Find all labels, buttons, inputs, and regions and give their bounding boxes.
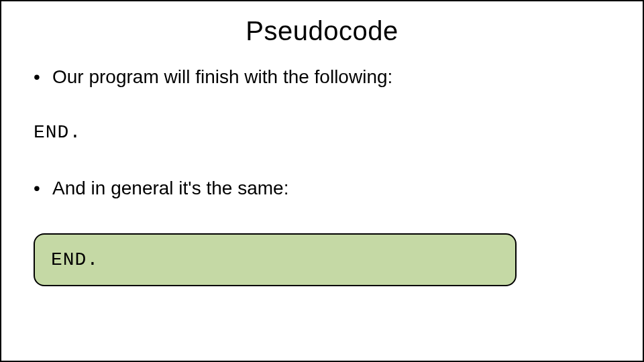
highlight-box: END. [34,233,517,286]
code-line-1: END. [34,122,610,143]
slide-body: Our program will finish with the followi… [1,65,643,286]
bullet-item: And in general it's the same: [34,176,610,200]
bullet-item: Our program will finish with the followi… [34,65,610,88]
slide-frame: Pseudocode Our program will finish with … [0,0,644,362]
slide-title: Pseudocode [1,16,643,46]
bullet-list: And in general it's the same: [34,176,610,200]
code-line-2: END. [51,249,499,270]
bullet-list: Our program will finish with the followi… [34,65,610,88]
